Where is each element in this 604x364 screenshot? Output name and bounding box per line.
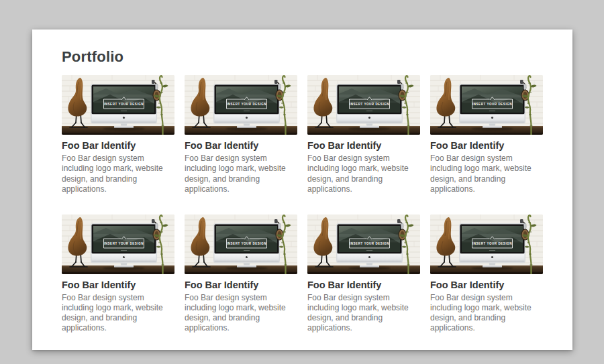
portfolio-card: Foo Bar Identify Foo Bar design system i…: [307, 75, 420, 194]
portfolio-thumbnail[interactable]: [62, 215, 174, 274]
portfolio-item-title[interactable]: Foo Bar Identify: [62, 140, 174, 151]
portfolio-item-title[interactable]: Foo Bar Identify: [307, 280, 420, 291]
portfolio-thumbnail[interactable]: [430, 75, 543, 135]
portfolio-item-title[interactable]: Foo Bar Identify: [185, 280, 297, 291]
portfolio-card: Foo Bar Identify Foo Bar design system i…: [430, 215, 543, 334]
page-title: Portfolio: [62, 48, 543, 66]
portfolio-thumbnail[interactable]: [307, 215, 420, 274]
imac-mockup-image: [185, 215, 297, 274]
portfolio-item-title[interactable]: Foo Bar Identify: [307, 140, 420, 151]
imac-mockup-image: [62, 75, 174, 135]
portfolio-thumbnail[interactable]: [430, 215, 543, 274]
imac-mockup-image: [307, 215, 420, 274]
imac-mockup-image: [307, 75, 420, 135]
portfolio-thumbnail[interactable]: [185, 75, 297, 135]
portfolio-grid: Foo Bar Identify Foo Bar design system i…: [62, 75, 543, 333]
portfolio-card: Foo Bar Identify Foo Bar design system i…: [62, 75, 174, 194]
portfolio-card: Foo Bar Identify Foo Bar design system i…: [185, 75, 297, 194]
portfolio-panel: Portfolio Foo Bar Identify Foo Bar desig…: [32, 29, 572, 350]
page-background: Portfolio Foo Bar Identify Foo Bar desig…: [0, 0, 604, 364]
portfolio-item-title[interactable]: Foo Bar Identify: [430, 280, 543, 291]
portfolio-card: Foo Bar Identify Foo Bar design system i…: [185, 215, 297, 334]
imac-mockup-image: [430, 75, 543, 135]
portfolio-thumbnail[interactable]: [185, 215, 297, 274]
portfolio-item-description: Foo Bar design system including logo mar…: [307, 293, 420, 334]
portfolio-card: Foo Bar Identify Foo Bar design system i…: [430, 75, 543, 194]
portfolio-item-description: Foo Bar design system including logo mar…: [185, 293, 297, 334]
portfolio-item-description: Foo Bar design system including logo mar…: [307, 154, 420, 194]
portfolio-item-title[interactable]: Foo Bar Identify: [430, 140, 543, 151]
portfolio-item-description: Foo Bar design system including logo mar…: [185, 154, 297, 194]
imac-mockup-image: [430, 215, 543, 274]
portfolio-item-description: Foo Bar design system including logo mar…: [62, 293, 174, 334]
portfolio-thumbnail[interactable]: [62, 75, 174, 135]
portfolio-thumbnail[interactable]: [307, 75, 420, 135]
portfolio-item-description: Foo Bar design system including logo mar…: [430, 293, 543, 334]
portfolio-item-title[interactable]: Foo Bar Identify: [185, 140, 297, 151]
portfolio-item-description: Foo Bar design system including logo mar…: [430, 154, 543, 194]
imac-mockup-image: [62, 215, 174, 274]
portfolio-card: Foo Bar Identify Foo Bar design system i…: [62, 215, 174, 334]
imac-mockup-image: [185, 75, 297, 135]
portfolio-card: Foo Bar Identify Foo Bar design system i…: [307, 215, 420, 334]
portfolio-item-description: Foo Bar design system including logo mar…: [62, 154, 174, 194]
portfolio-item-title[interactable]: Foo Bar Identify: [62, 280, 174, 291]
